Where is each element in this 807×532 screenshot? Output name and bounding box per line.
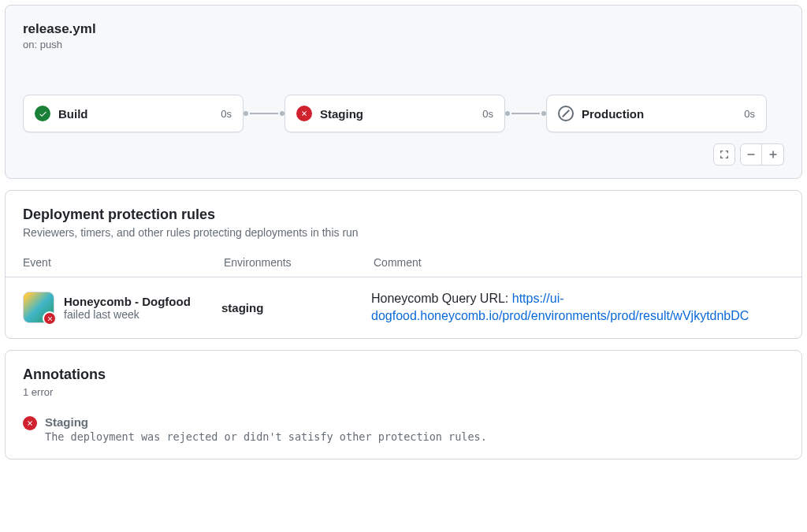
svg-rect-0: [748, 154, 755, 155]
col-env-header: Environments: [224, 256, 374, 269]
workflow-graph: Build 0s Staging 0s Production 0s: [23, 95, 784, 132]
job-duration: 0s: [482, 108, 493, 120]
job-label: Production: [582, 107, 744, 121]
failure-icon: [296, 106, 312, 121]
protection-row: Honeycomb - Dogfood failed last week sta…: [6, 277, 801, 338]
graph-controls: [23, 143, 784, 166]
annotation-title: Staging: [45, 415, 487, 429]
job-card-production[interactable]: Production 0s: [546, 95, 767, 132]
job-label: Staging: [320, 107, 482, 121]
protection-rules-panel: Deployment protection rules Reviewers, t…: [5, 190, 802, 339]
svg-rect-2: [772, 151, 774, 158]
job-card-staging[interactable]: Staging 0s: [284, 95, 505, 132]
success-icon: [35, 106, 50, 121]
annotations-count: 1 error: [23, 386, 784, 398]
event-status-text: failed last week: [64, 308, 221, 321]
workflow-title: release.yml: [23, 21, 784, 37]
protection-title: Deployment protection rules: [23, 206, 784, 223]
workflow-panel: release.yml on: push Build 0s Staging 0s: [5, 5, 802, 179]
skipped-icon: [558, 106, 574, 121]
job-label: Build: [58, 107, 221, 121]
job-duration: 0s: [744, 108, 755, 120]
fullscreen-button[interactable]: [713, 143, 735, 166]
col-comment-header: Comment: [374, 256, 784, 269]
app-avatar: [23, 292, 54, 323]
job-duration: 0s: [221, 108, 232, 120]
col-event-header: Event: [23, 256, 224, 269]
failure-badge-icon: [43, 311, 57, 326]
zoom-in-button[interactable]: [762, 143, 784, 166]
comment-prefix: Honeycomb Query URL:: [371, 292, 512, 305]
event-cell: Honeycomb - Dogfood failed last week: [64, 295, 221, 321]
annotation-message: The deployment was rejected or didn't sa…: [45, 430, 487, 443]
annotations-title: Annotations: [23, 366, 784, 383]
comment-cell: Honeycomb Query URL: https://ui-dogfood.…: [371, 290, 784, 326]
job-card-build[interactable]: Build 0s: [23, 95, 244, 132]
failure-icon: [23, 416, 37, 430]
annotation-item: Staging The deployment was rejected or d…: [23, 415, 784, 443]
protection-subtitle: Reviewers, timers, and other rules prote…: [23, 226, 784, 239]
environment-cell: staging: [221, 301, 371, 314]
workflow-trigger: on: push: [23, 39, 784, 50]
annotations-panel: Annotations 1 error Staging The deployme…: [5, 350, 802, 459]
protection-table-header: Event Environments Comment: [6, 256, 801, 277]
connector: [244, 111, 284, 116]
app-name: Honeycomb - Dogfood: [64, 295, 221, 308]
connector: [505, 111, 546, 116]
zoom-out-button[interactable]: [740, 143, 762, 166]
